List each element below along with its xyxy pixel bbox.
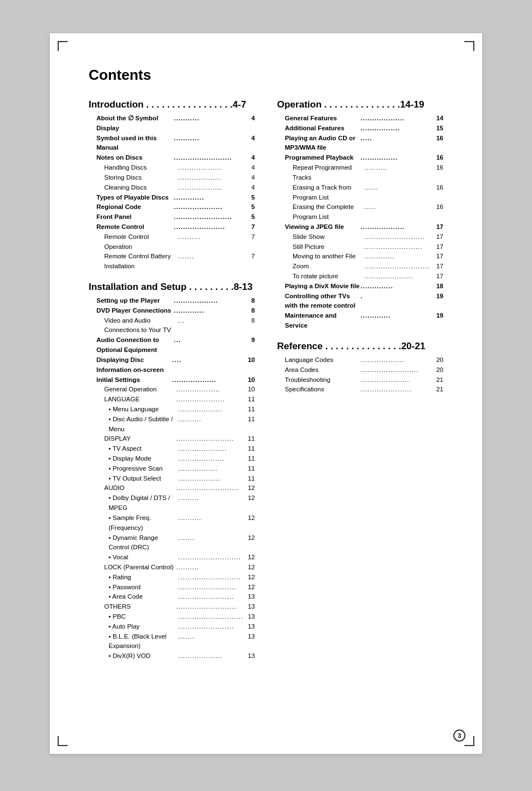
toc-dots: ......... — [178, 493, 248, 503]
toc-entry: Erasing the Complete Program List .....1… — [277, 202, 443, 222]
toc-entry: Video and Audio Connections to Your TV .… — [89, 316, 255, 336]
toc-label: Front Panel — [96, 212, 174, 222]
toc-entry: Repeat Programmed Tracks ..........16 — [277, 163, 443, 183]
toc-entry: Programmed Playback ................16 — [277, 153, 443, 163]
toc-page: 10 — [248, 355, 255, 365]
toc-entry: Remote Control ......................7 — [89, 222, 255, 232]
toc-page: 14 — [436, 114, 443, 124]
toc-page: 12 — [248, 583, 255, 593]
toc-page: 4 — [252, 153, 255, 163]
toc-label: Handling Discs — [104, 163, 178, 173]
toc-entry: Language Codes ...................20 — [277, 355, 443, 365]
toc-page: 16 — [436, 153, 443, 163]
toc-page: 17 — [436, 232, 443, 242]
toc-entry: • Display Mode ....................11 — [89, 454, 255, 464]
toc-dots: ..... — [365, 202, 437, 212]
toc-page: 7 — [252, 252, 255, 262]
toc-entry: • Vocal ...........................12 — [89, 553, 255, 563]
toc-label: General Operation — [104, 385, 176, 395]
toc-dots: ........................ — [178, 622, 248, 632]
toc-entry: Area Codes .........................20 — [277, 365, 443, 375]
toc-entry: • Rating ...........................12 — [89, 573, 255, 583]
toc-page: 16 — [436, 134, 443, 144]
toc-dots: .... — [172, 355, 248, 365]
toc-page: 4 — [252, 114, 255, 124]
toc-dots: ................... — [178, 651, 248, 661]
toc-entry: Still Picture .........................1… — [277, 242, 443, 252]
toc-page: 4 — [252, 183, 255, 193]
toc-label: General Features — [285, 114, 361, 124]
toc-dots: ......................... — [365, 242, 437, 252]
toc-label: Symbol used in this Manual — [96, 134, 174, 154]
toc-page: 5 — [252, 202, 255, 212]
toc-entry: • Dynamic Range Control (DRC) .......12 — [89, 533, 255, 553]
toc-dots: ........................... — [176, 483, 248, 493]
toc-label: Setting up the Player — [96, 296, 174, 306]
toc-dots: .................. — [178, 474, 248, 484]
toc-label: • Password — [109, 583, 178, 593]
toc-label: Initial Settings — [96, 375, 172, 385]
toc-label: Playing a DivX Movie file — [285, 282, 361, 292]
toc-page: 17 — [436, 242, 443, 252]
toc-entry: Specifications ......................21 — [277, 385, 443, 395]
toc-label: • Disc Audio / Subtitle / Menu — [109, 415, 178, 435]
toc-dots: ...... — [365, 183, 437, 193]
toc-label: Remote Control — [96, 222, 174, 232]
toc-dots: ... — [178, 316, 252, 326]
toc-entry: • Sample Freq. (Frequency) ..........12 — [89, 513, 255, 533]
toc-dots: ................... — [361, 222, 437, 232]
toc-page: 4 — [252, 163, 255, 173]
toc-label: Specifications — [285, 385, 361, 395]
toc-page: 4 — [252, 134, 255, 144]
toc-page: 7 — [252, 232, 255, 242]
toc-label: Viewing a JPEG file — [285, 222, 361, 232]
two-column-layout: Introduction . . . . . . . . . . . . . .… — [89, 99, 443, 671]
toc-page: 16 — [436, 163, 443, 173]
toc-dots: . — [361, 292, 437, 302]
toc-page: 11 — [248, 395, 255, 405]
toc-entry: DVD Player Connections .............8 — [89, 306, 255, 316]
toc-page: 11 — [248, 405, 255, 415]
toc-entry: Remote Control Battery Installation ....… — [89, 252, 255, 272]
toc-label: Types of Playable Discs — [96, 193, 174, 203]
toc-label: • TV Output Select — [109, 474, 178, 484]
toc-label: • Display Mode — [109, 454, 178, 464]
toc-page: 12 — [248, 493, 255, 503]
toc-dots: ......................... — [361, 365, 437, 375]
toc-dots: ..................... — [365, 272, 437, 282]
toc-entry: • PBC ............................13 — [89, 612, 255, 622]
toc-label: • Area Code — [109, 592, 178, 602]
toc-label: • B.L.E. (Black Level Expansion) — [109, 632, 178, 652]
toc-entry: LOCK (Parental Control) ..........12 — [89, 563, 255, 573]
toc-entry: LANGUAGE .....................11 — [89, 395, 255, 405]
toc-page: 11 — [248, 415, 255, 425]
toc-page: 13 — [248, 612, 255, 622]
toc-label: DVD Player Connections — [96, 306, 174, 316]
toc-dots: ............. — [361, 311, 437, 321]
toc-entry: • Disc Audio / Subtitle / Menu .........… — [89, 415, 255, 435]
toc-label: • Progressive Scan — [109, 464, 178, 474]
toc-dots: ......................... — [174, 153, 252, 163]
section-header-operation: Operation . . . . . . . . . . . . . . .1… — [277, 99, 443, 110]
toc-label: Storing Discs — [104, 173, 178, 183]
toc-dots: ................. — [361, 124, 437, 134]
toc-label: Remote Control Battery Installation — [104, 252, 178, 272]
toc-page: 13 — [248, 651, 255, 661]
toc-dots: .................... — [178, 454, 248, 464]
toc-label: OTHERS — [104, 602, 176, 612]
toc-label: LOCK (Parental Control) — [104, 563, 176, 573]
toc-page: 13 — [248, 622, 255, 632]
toc-dots: ................... — [178, 163, 252, 173]
page-number: 3 — [453, 729, 466, 742]
toc-dots: .......................... — [365, 232, 437, 242]
section-operation: Operation . . . . . . . . . . . . . . .1… — [277, 99, 443, 331]
toc-label: Still Picture — [293, 242, 365, 252]
toc-entry: Controlling other TVs with the remote co… — [277, 292, 443, 312]
toc-entry: • Area Code ........................13 — [89, 592, 255, 602]
toc-label: Playing an Audio CD or MP3/WMA file — [285, 134, 361, 154]
toc-page: 17 — [436, 272, 443, 282]
toc-page: 11 — [248, 474, 255, 484]
section-reference: Reference . . . . . . . . . . . . . . .2… — [277, 341, 443, 395]
toc-dots: ....... — [178, 632, 248, 642]
toc-page: 17 — [436, 252, 443, 262]
